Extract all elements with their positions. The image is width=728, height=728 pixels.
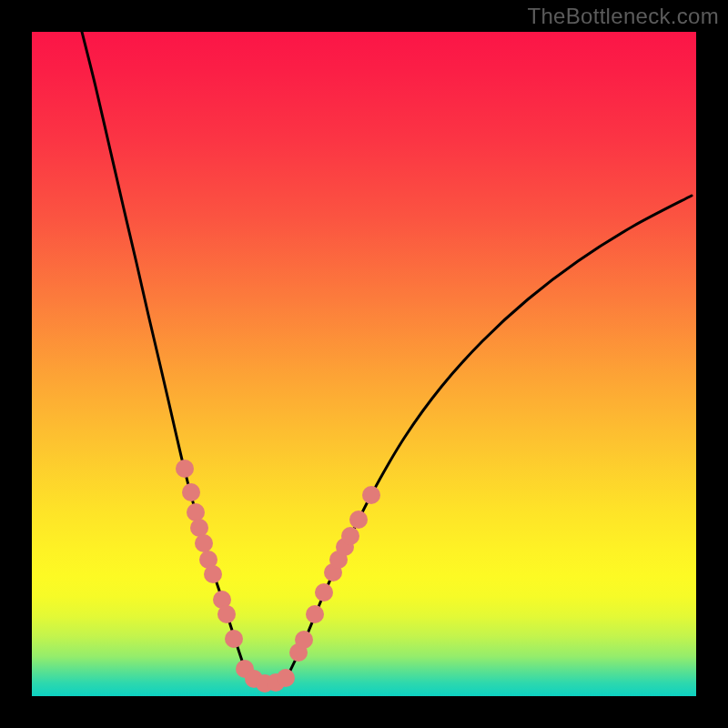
data-point xyxy=(349,511,368,529)
data-point xyxy=(195,534,213,552)
data-point xyxy=(182,483,200,501)
data-point xyxy=(204,565,222,583)
curve-overlay xyxy=(32,32,696,696)
data-point xyxy=(315,583,333,602)
data-point xyxy=(217,605,236,623)
data-point xyxy=(225,630,243,648)
data-point xyxy=(176,460,194,478)
data-point xyxy=(362,486,380,504)
bottleneck-curve xyxy=(82,32,692,683)
chart-frame: TheBottleneck.com xyxy=(0,0,728,728)
data-point xyxy=(190,519,208,537)
data-point xyxy=(295,631,313,649)
data-point xyxy=(277,669,295,687)
data-point xyxy=(187,503,205,521)
data-point xyxy=(306,605,324,623)
plot-area xyxy=(32,32,696,696)
data-point xyxy=(341,527,359,545)
watermark-text: TheBottleneck.com xyxy=(527,4,719,29)
